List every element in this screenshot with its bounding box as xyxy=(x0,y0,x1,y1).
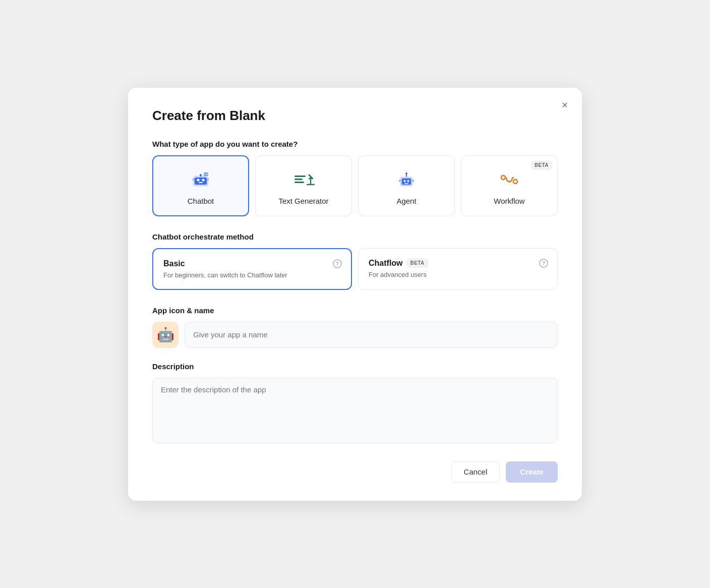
svg-text:?: ? xyxy=(336,261,339,267)
app-name-input[interactable] xyxy=(185,322,558,348)
app-type-section-label: What type of app do you want to create? xyxy=(152,140,558,148)
workflow-beta-badge: BETA xyxy=(531,161,552,169)
workflow-label: Workflow xyxy=(494,197,524,205)
app-name-section-label: App icon & name xyxy=(152,306,558,315)
chatbot-label: Chatbot xyxy=(188,197,214,205)
app-type-agent[interactable]: Agent xyxy=(358,155,455,216)
orchestrate-section-label: Chatbot orchestrate method xyxy=(152,232,558,241)
svg-rect-28 xyxy=(412,180,414,182)
chatflow-name: Chatflow xyxy=(369,259,403,268)
close-button[interactable]: × xyxy=(560,98,570,112)
description-section-label: Description xyxy=(152,362,558,371)
svg-point-4 xyxy=(202,179,205,181)
modal-title: Create from Blank xyxy=(152,108,558,124)
agent-icon xyxy=(395,168,418,191)
svg-rect-16 xyxy=(294,182,304,183)
svg-point-31 xyxy=(508,181,510,183)
orchestrate-grid: Basic For beginners, can switch to Chatf… xyxy=(152,248,558,290)
app-type-text-generator[interactable]: Text Generator xyxy=(255,155,352,216)
orchestrate-chatflow[interactable]: Chatflow BETA For advanced users ? xyxy=(358,248,558,290)
svg-rect-5 xyxy=(199,182,203,183)
svg-rect-27 xyxy=(399,180,400,182)
svg-point-11 xyxy=(205,173,206,174)
workflow-icon xyxy=(498,168,520,191)
svg-rect-6 xyxy=(200,174,202,177)
agent-label: Agent xyxy=(396,197,416,205)
app-type-workflow[interactable]: BETA Workflow xyxy=(461,155,558,216)
chatflow-help-icon: ? xyxy=(539,259,548,268)
svg-point-23 xyxy=(407,180,409,182)
svg-rect-24 xyxy=(404,183,408,184)
modal-footer: Cancel Create xyxy=(152,461,558,483)
svg-rect-8 xyxy=(207,179,209,181)
svg-rect-7 xyxy=(193,179,194,181)
svg-point-30 xyxy=(513,180,517,184)
create-from-blank-modal: × Create from Blank What type of app do … xyxy=(128,88,582,501)
basic-help-icon: ? xyxy=(333,259,342,268)
svg-point-26 xyxy=(405,172,407,174)
app-type-chatbot[interactable]: Chatbot xyxy=(152,155,249,216)
svg-text:?: ? xyxy=(542,261,545,266)
app-type-grid: Chatbot Text Generator xyxy=(152,155,558,216)
svg-point-13 xyxy=(207,173,208,174)
chatflow-desc: For advanced users xyxy=(369,271,533,278)
orchestrate-basic[interactable]: Basic For beginners, can switch to Chatf… xyxy=(152,248,352,290)
app-icon-button[interactable]: 🤖 xyxy=(152,322,179,348)
svg-point-22 xyxy=(404,180,406,182)
svg-rect-14 xyxy=(294,175,306,177)
app-name-row: 🤖 xyxy=(152,322,558,348)
text-generator-label: Text Generator xyxy=(278,197,328,205)
text-generator-icon xyxy=(292,168,315,191)
cancel-button[interactable]: Cancel xyxy=(451,461,500,483)
chatbot-icon xyxy=(190,168,212,191)
svg-rect-15 xyxy=(294,179,303,180)
svg-point-12 xyxy=(206,173,207,174)
basic-name: Basic xyxy=(163,259,185,268)
svg-rect-2 xyxy=(195,178,207,185)
chatflow-beta-badge: BETA xyxy=(407,259,428,267)
create-button[interactable]: Create xyxy=(506,461,558,483)
svg-point-3 xyxy=(197,179,200,181)
basic-desc: For beginners, can switch to Chatflow la… xyxy=(163,271,327,279)
description-textarea[interactable] xyxy=(152,378,558,443)
